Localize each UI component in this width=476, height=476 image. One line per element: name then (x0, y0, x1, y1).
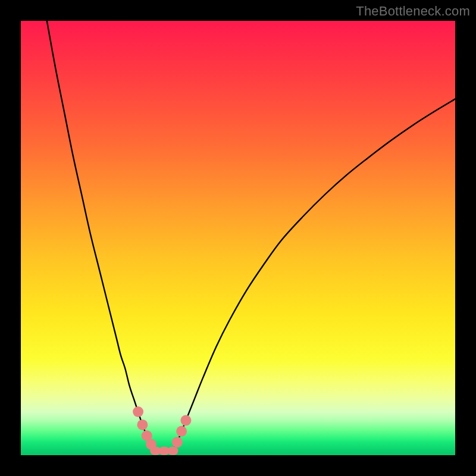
right-curve (173, 99, 456, 450)
highlight-point (137, 419, 148, 430)
highlight-points (133, 406, 191, 455)
highlight-point (176, 426, 187, 437)
highlight-point (172, 437, 183, 447)
highlight-point (168, 447, 178, 455)
highlight-point (180, 415, 191, 426)
chart-svg (21, 21, 455, 455)
watermark-text: TheBottleneck.com (356, 4, 470, 19)
highlight-point (133, 406, 143, 417)
outer-frame: TheBottleneck.com (0, 0, 476, 476)
chart-plot-area (21, 21, 455, 455)
left-curve (47, 21, 155, 451)
